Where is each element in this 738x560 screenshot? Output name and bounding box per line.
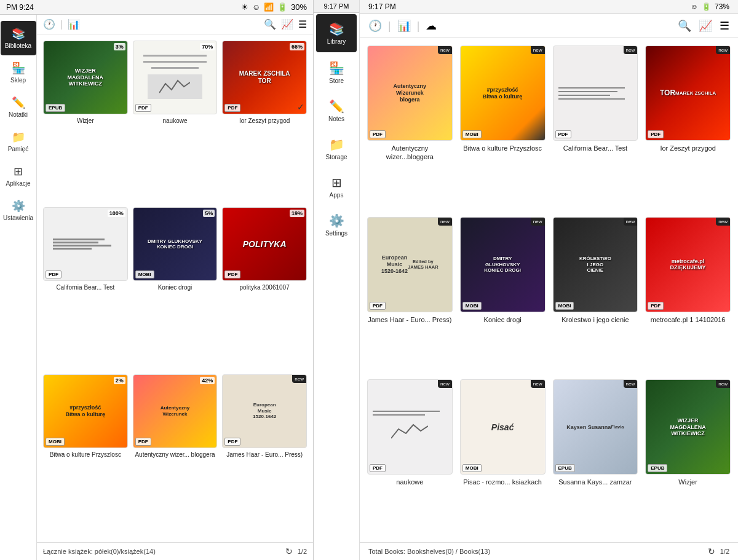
right-title-autentyczny: Autentyczny wizer...bloggera	[367, 144, 453, 162]
book-cover-naukowe: 70% PDF	[133, 41, 218, 114]
book-pct-california: 100%	[108, 210, 125, 217]
right-list-icon[interactable]: ☰	[720, 19, 729, 33]
left-refresh-icon[interactable]: ↻	[285, 546, 293, 556]
right-search-icon[interactable]: 🔍	[678, 19, 691, 33]
right-badge-wizjer: new	[716, 380, 730, 388]
right-cover-autentyczny: AutentycznyWizerunekblogera new PDF	[367, 45, 453, 141]
left-main-area: 📚 Biblioteka 🏪 Sklep ✏️ Notatki 📁 Pamięć…	[0, 15, 313, 560]
right-title-ior: Ior Zeszyt przygod	[660, 144, 715, 152]
right-badge-pisac: new	[531, 380, 545, 388]
right-battery-icon: 🔋	[702, 2, 711, 11]
mid-sidebar-library[interactable]: 📚 Library	[316, 14, 357, 52]
right-stats-icon[interactable]: 📈	[699, 19, 712, 33]
right-book-przyszlosc[interactable]: #przyszłośćBitwa o kulturę new MOBI Bitw…	[460, 45, 546, 210]
right-book-metro[interactable]: metrocafe.plDZIĘKUJEMY new PDF metrocafe…	[645, 217, 731, 373]
right-book-naukowe[interactable]: new PDF naukowe	[367, 379, 453, 535]
right-book-koniec[interactable]: DMITRYGLUKHOVSKYKONIEC DROGI new MOBI Ko…	[460, 217, 546, 373]
sidebar-item-sklep[interactable]: 🏪 Sklep	[1, 55, 36, 90]
book-format-james: PDF	[224, 438, 240, 446]
book-pct-naukowe: 70%	[200, 43, 215, 50]
sidebar-item-ustawienia[interactable]: ⚙️ Ustawie­nia	[1, 193, 36, 227]
book-title-california: California Bear... Test	[56, 283, 114, 291]
sidebar-label-ustawienia: Ustawie­nia	[3, 215, 33, 221]
right-footer-right: ↻ 1/2	[708, 546, 729, 556]
barchart-icon[interactable]: 📊	[68, 18, 80, 30]
book-card-naukowe[interactable]: 70% PDF naukowe	[133, 41, 218, 202]
right-book-pisac[interactable]: Pisać new MOBI Pisac - rozmo... ksiazkac…	[460, 379, 546, 535]
mid-status-bar: 9:17 PM	[314, 0, 359, 13]
left-books-grid: WIZJERMAGDALENAWITKIEWICZ 3% EPUB Wizjer	[37, 34, 313, 542]
right-time: 9:17 PM	[324, 2, 349, 10]
right-format-krolestwo: MOBI	[555, 302, 574, 310]
right-badge-krolestwo: new	[624, 218, 638, 226]
right-cover-wizjer: WIZJERMAGDALENAWITKIEWICZ new EPUB	[645, 379, 731, 475]
book-check-ior: ✓	[297, 102, 304, 112]
right-book-wizjer[interactable]: WIZJERMAGDALENAWITKIEWICZ new EPUB Wizje…	[645, 379, 731, 535]
book-card-california[interactable]: 100% PDF California Bear... Test	[43, 207, 128, 369]
left-footer-text: Łącznie książek: półek(0)/książek(14)	[43, 548, 156, 555]
right-format-james: PDF	[370, 302, 386, 310]
right-badge-naukowe: new	[438, 380, 452, 388]
divider1: |	[60, 19, 63, 30]
book-cover-james: EuropeanMusic1520-1642 new PDF	[222, 374, 307, 448]
mid-sidebar-notes[interactable]: ✏️ Notes	[315, 92, 358, 130]
book-card-autentyczny[interactable]: AutentycznyWizerunek 42% PDF Autentyczny…	[133, 374, 218, 536]
mid-sidebar-apps[interactable]: ⊞ Apps	[315, 168, 358, 206]
book-card-ior[interactable]: MAREK ZSCHILATOR 66% PDF ✓ Ior Zeszyt pr…	[222, 41, 307, 202]
left-toolbar-left: 🕐 | 📊	[43, 18, 80, 30]
left-time: PM 9:24	[6, 3, 34, 12]
mid-sidebar-storage[interactable]: 📁 Storage	[315, 130, 358, 168]
mid-sidebar: 9:17 PM 📚 Library 🏪 Store ✏️ Notes 📁 Sto…	[314, 0, 360, 560]
right-book-krolestwo[interactable]: KRÓLESTWOI JEGOCIENIE new MOBI Krolestwo…	[553, 217, 638, 373]
book-card-james[interactable]: EuropeanMusic1520-1642 new PDF James Haa…	[222, 374, 307, 536]
right-status-icons: ☺ 🔋 73%	[691, 2, 729, 11]
search-icon[interactable]: 🔍	[264, 18, 276, 30]
book-format-naukowe: PDF	[135, 104, 151, 112]
clock-icon[interactable]: 🕐	[43, 18, 55, 30]
right-book-ior[interactable]: TORMAREK ZSCHILA new PDF Ior Zeszyt przy…	[645, 45, 731, 210]
book-title-autentyczny: Autentyczny wizer... bloggera	[135, 451, 215, 459]
right-clock-icon[interactable]: 🕐	[368, 19, 382, 33]
right-divider1: |	[388, 20, 391, 33]
right-book-autentyczny[interactable]: AutentycznyWizerunekblogera new PDF Aute…	[367, 45, 453, 210]
right-footer-text: Total Books: Bookshelves(0) / Books(13)	[368, 548, 490, 555]
mid-settings-icon: ⚙️	[329, 213, 344, 228]
mid-apps-icon: ⊞	[331, 175, 342, 190]
right-book-susanna[interactable]: Kaysen SusannaFlavia new EPUB Susanna Ka…	[553, 379, 638, 535]
face-icon: ☺	[252, 2, 260, 12]
book-title-polityka: polityka 20061007	[240, 283, 290, 291]
left-sidebar: 📚 Biblioteka 🏪 Sklep ✏️ Notatki 📁 Pamięć…	[0, 15, 37, 560]
right-cloud-icon[interactable]: ☁	[426, 19, 437, 33]
book-card-przyszlosc[interactable]: #przyszłośćBitwa o kulturę 2% MOBI Bitwa…	[43, 374, 128, 536]
mid-sidebar-store[interactable]: 🏪 Store	[315, 53, 358, 92]
left-content: 🕐 | 📊 🔍 📈 ☰ WIZJERMAGDALENAWITKIEWICZ 3%	[37, 15, 313, 560]
right-book-james[interactable]: EuropeanMusic1520-1642Edited byJAMES HAA…	[367, 217, 453, 373]
book-pct-polityka: 19%	[290, 210, 304, 217]
sidebar-item-aplikacje[interactable]: ⊞ Aplikacje	[1, 159, 36, 193]
sidebar-item-pamiec[interactable]: 📁 Pamięć	[1, 124, 36, 159]
right-refresh-icon[interactable]: ↻	[708, 546, 715, 556]
right-cover-metro: metrocafe.plDZIĘKUJEMY new PDF	[645, 217, 731, 312]
right-barchart-icon[interactable]: 📊	[397, 19, 411, 33]
sidebar-item-notatki[interactable]: ✏️ Notatki	[1, 90, 36, 124]
mid-sidebar-settings[interactable]: ⚙️ Settings	[315, 206, 358, 244]
book-icon: 📚	[12, 27, 25, 41]
right-title-pisac: Pisac - rozmo... ksiazkach	[463, 478, 542, 486]
book-badge-new-james: new	[292, 375, 306, 383]
right-status-bar: 9:17 PM ☺ 🔋 73%	[360, 0, 738, 14]
right-format-wizjer: EPUB	[648, 464, 667, 472]
stats-icon[interactable]: 📈	[281, 18, 293, 30]
book-pct-koniec: 5%	[203, 210, 215, 217]
book-title-wizjer: Wizjer	[77, 117, 94, 125]
right-book-california[interactable]: new PDF California Bear... Test	[553, 45, 638, 210]
book-pct-ior: 66%	[290, 43, 304, 50]
right-format-susanna: EPUB	[555, 464, 575, 472]
right-title-susanna: Susanna Kays... zamzar	[558, 478, 632, 486]
list-icon[interactable]: ☰	[298, 18, 307, 30]
right-toolbar: 🕐 | 📊 | ☁ 🔍 📈 ☰	[360, 14, 738, 38]
right-format-koniec: MOBI	[462, 302, 482, 310]
sidebar-item-biblioteka[interactable]: 📚 Biblioteka	[1, 21, 36, 55]
book-card-wizjer[interactable]: WIZJERMAGDALENAWITKIEWICZ 3% EPUB Wizjer	[43, 41, 128, 202]
book-card-koniec[interactable]: DMITRY GLUKHOVSKYKONIEC DROGI 5% MOBI Ko…	[133, 207, 218, 369]
book-card-polityka[interactable]: POLITYKA 19% PDF polityka 20061007	[222, 207, 307, 369]
